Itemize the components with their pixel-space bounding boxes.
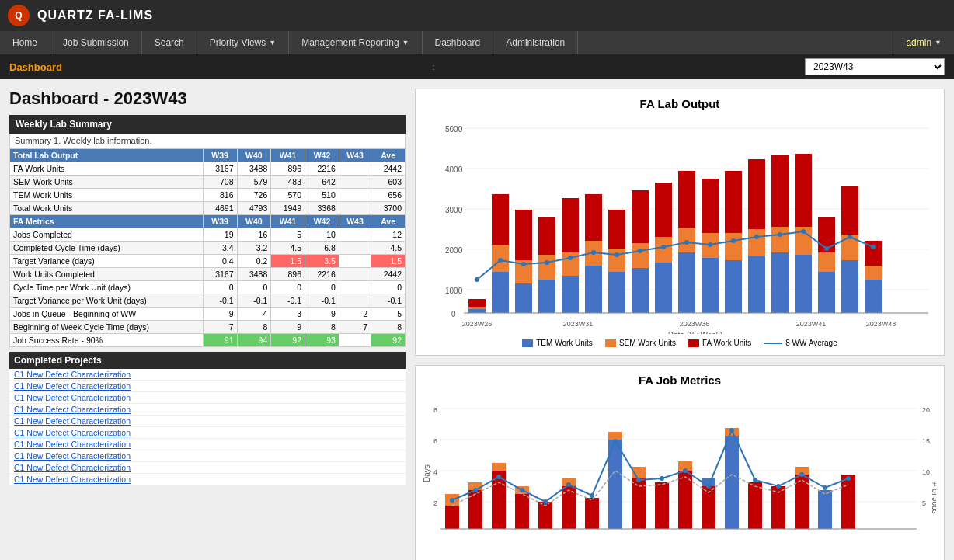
- svg-rect-42: [678, 171, 695, 228]
- svg-point-142: [613, 439, 618, 443]
- nav-priority-views[interactable]: Priority Views ▼: [197, 31, 289, 54]
- completed-projects-section: Completed Projects C1 New Defect Charact…: [9, 352, 406, 485]
- fa-lab-output-title: FA Lab Output: [423, 97, 936, 110]
- svg-point-86: [801, 229, 806, 234]
- svg-text:0: 0: [451, 310, 456, 318]
- fa-color-swatch: [688, 339, 699, 347]
- completed-project-link[interactable]: C1 New Defect Characterization: [9, 381, 406, 392]
- completed-project-link[interactable]: C1 New Defect Characterization: [9, 369, 406, 381]
- fa-lab-output-svg: 5000 4000 3000 2000 1000 0: [423, 117, 936, 334]
- svg-text:4000: 4000: [445, 165, 463, 174]
- svg-point-147: [729, 428, 734, 433]
- svg-rect-112: [515, 494, 529, 529]
- svg-rect-48: [725, 233, 742, 260]
- table-row: Total Work Units 46914793 19493368 3700: [10, 202, 406, 215]
- svg-rect-122: [655, 482, 669, 529]
- svg-rect-54: [771, 227, 789, 252]
- svg-text:1000: 1000: [445, 287, 463, 295]
- table-row-job-success: Job Success Rate - 90% 91 94 92 93 92: [10, 334, 406, 347]
- table-row: Completed Cycle Time (days) 3.43.2 4.56.…: [10, 242, 406, 255]
- svg-rect-106: [445, 506, 459, 529]
- fa-job-metrics-svg: Days # of Jobs 8 6 4 2 20 15 10 5: [423, 393, 936, 560]
- completed-project-link[interactable]: C1 New Defect Characterization: [9, 404, 406, 416]
- breadcrumb-bar: Dashboard : 2023W43 2023W42 2023W41: [0, 54, 954, 79]
- completed-project-link[interactable]: C1 New Defect Characterization: [9, 450, 406, 462]
- summary-description: Summary 1. Weekly lab information.: [9, 134, 406, 148]
- nav-search[interactable]: Search: [142, 31, 197, 54]
- completed-project-link[interactable]: C1 New Defect Characterization: [9, 439, 406, 450]
- legend-avg: 8 WW Average: [764, 339, 837, 347]
- nav-administration[interactable]: Administration: [493, 31, 578, 54]
- svg-point-139: [543, 499, 548, 504]
- completed-project-link[interactable]: C1 New Defect Characterization: [9, 427, 406, 439]
- svg-rect-61: [818, 252, 835, 272]
- svg-point-72: [475, 277, 479, 282]
- svg-rect-38: [655, 237, 672, 263]
- svg-point-141: [590, 493, 594, 498]
- nav-dashboard[interactable]: Dashboard: [423, 31, 494, 54]
- nav-bar: Home Job Submission Search Priority View…: [0, 31, 954, 54]
- completed-project-link[interactable]: C1 New Defect Characterization: [9, 392, 406, 404]
- svg-rect-55: [771, 155, 789, 227]
- svg-rect-111: [492, 463, 506, 471]
- svg-rect-117: [585, 498, 599, 529]
- left-panel: Dashboard - 2023W43 Weekly Lab Summary S…: [9, 89, 406, 560]
- svg-text:20: 20: [922, 406, 930, 414]
- svg-rect-31: [608, 272, 625, 313]
- completed-project-link[interactable]: C1 New Defect Characterization: [9, 474, 406, 485]
- svg-point-146: [706, 484, 711, 489]
- svg-rect-134: [841, 475, 855, 529]
- svg-rect-53: [771, 252, 789, 313]
- breadcrumb-dots: :: [432, 62, 434, 71]
- svg-rect-23: [538, 217, 555, 255]
- svg-text:6: 6: [433, 437, 437, 445]
- svg-point-85: [778, 232, 782, 237]
- svg-rect-120: [632, 478, 646, 529]
- table-row: FA Work Units 31673488 8962216 2442: [10, 162, 406, 176]
- avg-line-swatch: [764, 343, 782, 344]
- nav-home[interactable]: Home: [0, 31, 50, 54]
- svg-rect-22: [538, 255, 555, 280]
- right-panel: FA Lab Output 5000 4000 3000 2000 1000 0: [415, 89, 945, 560]
- svg-rect-37: [655, 263, 672, 313]
- nav-job-submission[interactable]: Job Submission: [50, 31, 142, 54]
- svg-text:3000: 3000: [445, 206, 463, 214]
- svg-rect-21: [538, 280, 555, 313]
- svg-text:2023W36: 2023W36: [680, 320, 710, 328]
- fa-job-metrics-title: FA Job Metrics: [423, 374, 936, 387]
- chevron-down-icon: ▼: [402, 39, 409, 47]
- top-bar: Q QUARTZ FA-LIMS: [0, 0, 954, 31]
- week-selector[interactable]: 2023W43 2023W42 2023W41: [805, 58, 945, 75]
- svg-text:5000: 5000: [445, 125, 463, 134]
- weekly-lab-summary-header: Weekly Lab Summary: [9, 115, 406, 134]
- svg-point-83: [731, 238, 736, 243]
- svg-point-148: [753, 478, 757, 482]
- chevron-down-icon: ▼: [935, 39, 942, 47]
- completed-projects-list: C1 New Defect CharacterizationC1 New Def…: [9, 369, 406, 485]
- fa-lab-output-area: 5000 4000 3000 2000 1000 0: [423, 117, 936, 336]
- col-w42: W42: [305, 149, 339, 162]
- svg-rect-13: [468, 307, 486, 309]
- legend-fa: FA Work Units: [688, 339, 751, 347]
- svg-rect-50: [748, 256, 765, 313]
- svg-rect-35: [632, 243, 649, 268]
- completed-project-link[interactable]: C1 New Defect Characterization: [9, 416, 406, 427]
- table-row: Target Variance per Work Unit (days) -0.…: [10, 294, 406, 308]
- tem-color-swatch: [522, 339, 533, 347]
- legend-tem: TEM Work Units: [522, 339, 593, 347]
- fa-lab-output-chart: FA Lab Output 5000 4000 3000 2000 1000 0: [415, 89, 945, 356]
- col-w40: W40: [237, 149, 271, 162]
- completed-project-link[interactable]: C1 New Defect Characterization: [9, 462, 406, 474]
- svg-point-76: [568, 256, 573, 260]
- svg-rect-58: [795, 154, 812, 227]
- svg-text:5: 5: [922, 499, 926, 507]
- svg-point-143: [636, 478, 641, 482]
- sem-color-swatch: [605, 339, 616, 347]
- svg-rect-44: [702, 258, 719, 313]
- table-row: Cycle Time per Work Unit (days) 00 00 0: [10, 281, 406, 294]
- svg-rect-127: [725, 436, 739, 529]
- nav-user[interactable]: admin ▼: [893, 31, 954, 54]
- nav-management-reporting[interactable]: Management Reporting ▼: [289, 31, 422, 54]
- table-header-label: Total Lab Output: [10, 149, 204, 162]
- col-w43: W43: [339, 149, 371, 162]
